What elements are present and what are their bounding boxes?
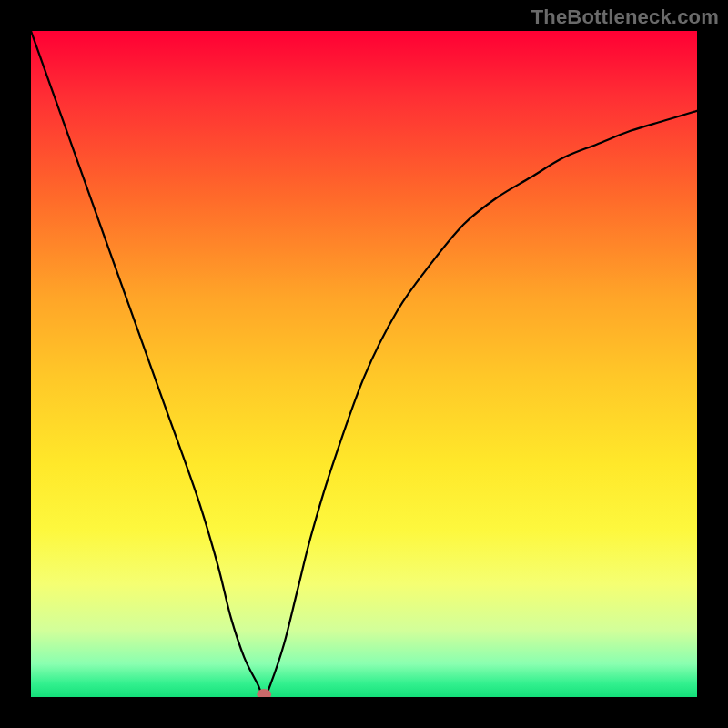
- chart-frame: TheBottleneck.com: [0, 0, 728, 728]
- curve-svg: [31, 31, 697, 697]
- watermark-text: TheBottleneck.com: [531, 5, 719, 29]
- plot-area: [31, 31, 697, 697]
- bottleneck-curve: [31, 31, 697, 697]
